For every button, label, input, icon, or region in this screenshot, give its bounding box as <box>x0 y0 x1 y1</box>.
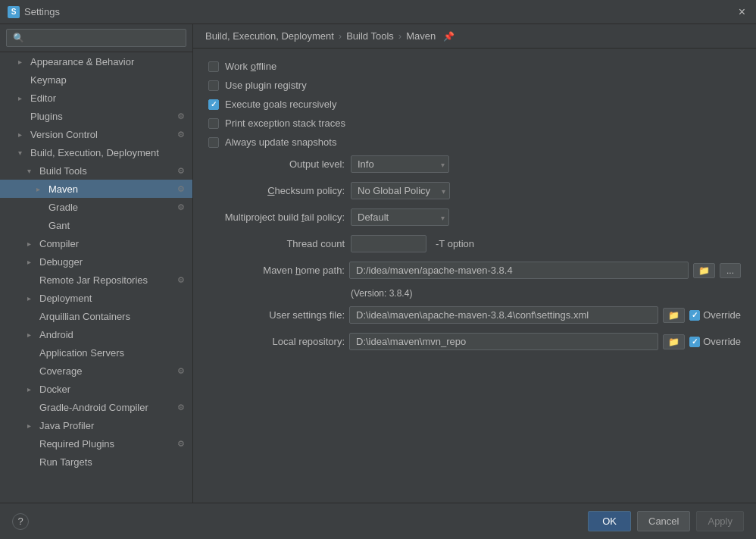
checksum-policy-row: Checksum policy: No Global Policy Strict… <box>208 182 741 199</box>
sidebar-label-deployment: Deployment <box>39 293 186 304</box>
sidebar-item-application-servers[interactable]: Application Servers <box>0 343 192 362</box>
maven-settings: Work offline Use plugin registry Execute… <box>193 49 756 503</box>
output-level-dropdown[interactable]: Info Debug Warn Error <box>351 155 449 173</box>
sidebar-label-android: Android <box>39 329 186 340</box>
sidebar-label-version-control: Version Control <box>30 129 174 140</box>
maven-home-path-label: Maven home path: <box>208 265 345 276</box>
thread-count-row: Thread count -T option <box>208 235 741 252</box>
docker-arrow-icon: ▸ <box>27 385 36 393</box>
maven-arrow-icon: ▸ <box>36 185 45 193</box>
sidebar-label-appearance-behavior: Appearance & Behavior <box>30 56 186 67</box>
sidebar-item-appearance-behavior[interactable]: ▸Appearance & Behavior <box>0 52 192 71</box>
sidebar-label-arquillian-containers: Arquillian Containers <box>39 311 186 322</box>
sidebar-item-build-tools[interactable]: ▾Build Tools⚙ <box>0 161 192 180</box>
local-repository-input[interactable] <box>349 333 658 350</box>
print-exception-label: Print exception stack traces <box>225 118 345 129</box>
breadcrumb-arrow-1: › <box>339 30 342 42</box>
multiproject-build-fail-policy-row: Multiproject build fail policy: Default … <box>208 208 741 226</box>
sidebar-item-remote-jar-repositories[interactable]: Remote Jar Repositories⚙ <box>0 271 192 289</box>
always-update-snapshots-label: Always update snapshots <box>225 136 336 148</box>
sidebar-label-editor: Editor <box>30 92 186 104</box>
multiproject-dropdown-wrapper: Default Fail At End Fail Never ▾ <box>351 208 449 226</box>
badge-icon-gradle: ⚙ <box>177 202 186 212</box>
user-settings-override-checkbox[interactable] <box>689 310 700 321</box>
ok-button[interactable]: OK <box>588 511 631 531</box>
maven-home-browse-folder-button[interactable]: 📁 <box>693 263 715 278</box>
sidebar-item-editor[interactable]: ▸Editor <box>0 89 192 107</box>
deployment-arrow-icon: ▸ <box>27 294 36 302</box>
sidebar-item-arquillian-containers[interactable]: Arquillian Containers <box>0 307 192 325</box>
bottom-left: ? <box>12 513 29 530</box>
sidebar-item-plugins[interactable]: Plugins⚙ <box>0 107 192 125</box>
multiproject-build-fail-policy-label: Multiproject build fail policy: <box>208 212 345 223</box>
sidebar-item-docker[interactable]: ▸Docker <box>0 380 192 398</box>
sidebar-label-compiler: Compiler <box>39 238 186 249</box>
sidebar-item-compiler[interactable]: ▸Compiler <box>0 234 192 252</box>
sidebar-label-debugger: Debugger <box>39 256 186 268</box>
sidebar-label-build-execution-deployment: Build, Execution, Deployment <box>30 147 186 158</box>
sidebar-item-gant[interactable]: Gant <box>0 216 192 234</box>
always-update-snapshots-checkbox[interactable] <box>208 137 219 148</box>
sidebar-label-build-tools: Build Tools <box>39 165 174 177</box>
use-plugin-registry-row: Use plugin registry <box>208 80 741 91</box>
sidebar-item-gradle-android-compiler[interactable]: Gradle-Android Compiler⚙ <box>0 398 192 416</box>
user-settings-browse-button[interactable]: 📁 <box>663 308 685 323</box>
sidebar-item-maven[interactable]: ▸Maven⚙ <box>0 180 192 198</box>
apply-button[interactable]: Apply <box>696 511 744 531</box>
print-exception-checkbox[interactable] <box>208 118 219 129</box>
sidebar-item-keymap[interactable]: Keymap <box>0 71 192 89</box>
local-repository-browse-button[interactable]: 📁 <box>663 334 685 349</box>
android-arrow-icon: ▸ <box>27 331 36 339</box>
sidebar-item-run-targets[interactable]: Run Targets <box>0 453 192 471</box>
compiler-arrow-icon: ▸ <box>27 240 36 248</box>
help-button[interactable]: ? <box>12 513 29 530</box>
sidebar-item-gradle[interactable]: Gradle⚙ <box>0 198 192 216</box>
output-level-row: Output level: Info Debug Warn Error ▾ <box>208 155 741 173</box>
sidebar-item-java-profiler[interactable]: ▸Java Profiler <box>0 416 192 434</box>
execute-goals-recursively-checkbox[interactable] <box>208 99 219 110</box>
sidebar-label-gant: Gant <box>48 220 186 231</box>
sidebar-item-debugger[interactable]: ▸Debugger <box>0 252 192 271</box>
sidebar-item-deployment[interactable]: ▸Deployment <box>0 289 192 307</box>
local-repository-override-checkbox[interactable] <box>689 337 700 347</box>
use-plugin-registry-label: Use plugin registry <box>225 80 307 91</box>
cancel-button[interactable]: Cancel <box>637 511 690 531</box>
bottom-bar: ? OK Cancel Apply <box>0 503 756 539</box>
sidebar-item-android[interactable]: ▸Android <box>0 325 192 343</box>
sidebar-label-gradle: Gradle <box>48 202 174 213</box>
sidebar-label-maven: Maven <box>48 183 174 195</box>
sidebar-item-required-plugins[interactable]: Required Plugins⚙ <box>0 434 192 453</box>
local-repository-override-label: Override <box>703 336 741 347</box>
sidebar-item-build-execution-deployment[interactable]: ▾Build, Execution, Deployment <box>0 143 192 161</box>
checksum-policy-dropdown[interactable]: No Global Policy Strict Lax <box>351 182 450 199</box>
user-settings-file-input[interactable] <box>349 306 658 324</box>
user-settings-file-label: User settings file: <box>208 309 345 321</box>
breadcrumb-build: Build, Execution, Deployment <box>205 30 334 42</box>
user-settings-override-wrapper: Override <box>689 309 741 321</box>
title-bar: S Settings × <box>0 0 756 24</box>
badge-icon-plugins: ⚙ <box>177 111 186 121</box>
checksum-policy-dropdown-wrapper: No Global Policy Strict Lax ▾ <box>351 182 450 199</box>
maven-home-browse-button[interactable]: ... <box>720 263 741 278</box>
version-control-arrow-icon: ▸ <box>18 130 27 139</box>
breadcrumb-build-tools: Build Tools <box>346 30 394 42</box>
badge-icon-build-tools: ⚙ <box>177 166 186 175</box>
sidebar-label-java-profiler: Java Profiler <box>39 420 186 431</box>
work-offline-checkbox[interactable] <box>208 61 219 72</box>
sidebar-item-version-control[interactable]: ▸Version Control⚙ <box>0 125 192 143</box>
maven-home-path-row: Maven home path: 📁 ... <box>208 262 741 279</box>
maven-home-path-input[interactable] <box>349 262 689 279</box>
thread-count-label: Thread count <box>208 238 345 249</box>
thread-count-input[interactable] <box>351 235 426 252</box>
print-exception-row: Print exception stack traces <box>208 118 741 129</box>
search-input[interactable] <box>6 29 186 47</box>
badge-icon-gradle-android-compiler: ⚙ <box>177 403 186 412</box>
close-button[interactable]: × <box>736 5 748 19</box>
window-title: Settings <box>24 6 60 17</box>
multiproject-dropdown[interactable]: Default Fail At End Fail Never <box>351 208 449 226</box>
build-tools-arrow-icon: ▾ <box>27 167 36 175</box>
sidebar-label-application-servers: Application Servers <box>39 347 186 359</box>
debugger-arrow-icon: ▸ <box>27 258 36 266</box>
sidebar-item-coverage[interactable]: Coverage⚙ <box>0 362 192 380</box>
use-plugin-registry-checkbox[interactable] <box>208 80 219 91</box>
